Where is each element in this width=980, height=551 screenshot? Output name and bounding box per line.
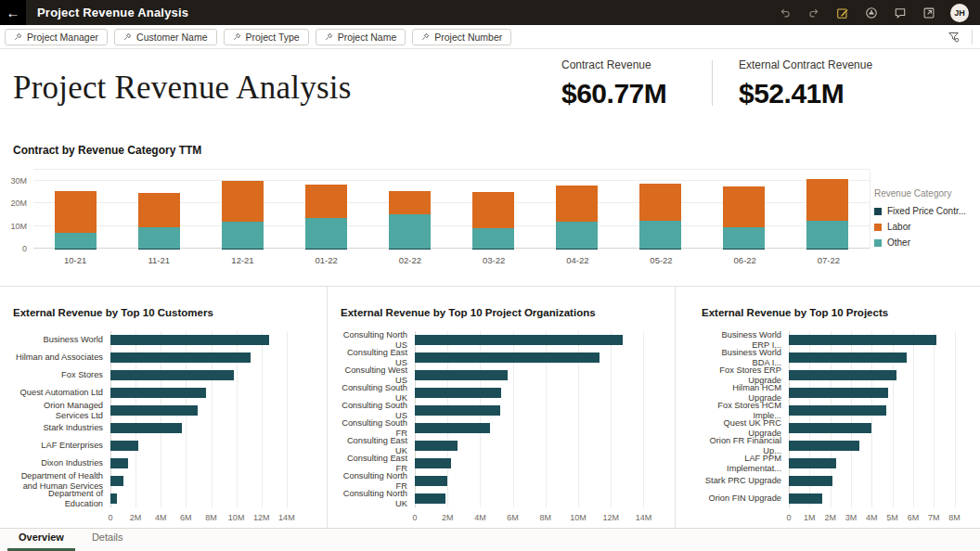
bar-segment-labor[interactable] — [222, 181, 264, 222]
hbar-consulting-north-fr[interactable] — [415, 476, 447, 486]
bar-segment-other[interactable] — [639, 221, 681, 249]
hbar-fox-stores-erp-upgrade[interactable] — [789, 370, 896, 380]
category-label: Fox Stores ERP Upgrade — [702, 366, 789, 384]
edit-button[interactable] — [835, 6, 850, 20]
stacked-bar-05-22[interactable] — [639, 184, 681, 249]
hbar-consulting-west-us[interactable] — [415, 370, 508, 380]
hbar-business-world[interactable] — [110, 335, 269, 345]
bar-segment-other[interactable] — [806, 221, 848, 249]
category-label: Stark PRC Upgrade — [702, 472, 789, 490]
filter-chip-label: Project Number — [434, 32, 502, 43]
hbar-dixon-industries[interactable] — [110, 458, 128, 468]
back-button[interactable]: ← — [0, 0, 26, 25]
category-label: Fox Stores — [13, 366, 110, 384]
bar-segment-labor[interactable] — [556, 186, 598, 222]
hbar-consulting-east-uk[interactable] — [415, 441, 458, 451]
tab-details[interactable]: Details — [81, 527, 135, 551]
stacked-bar-11-21[interactable] — [138, 193, 180, 249]
bar-segment-labor[interactable] — [305, 185, 347, 218]
bar-segment-labor[interactable] — [806, 179, 848, 220]
hbar-consulting-south-fr[interactable] — [415, 423, 490, 433]
filter-chip-project-manager[interactable]: Project Manager — [5, 29, 108, 45]
open-in-new-button[interactable] — [922, 6, 936, 20]
panel-top-projects: External Revenue by Top 10 Projects Busi… — [675, 287, 980, 528]
stacked-bar-06-22[interactable] — [723, 186, 765, 249]
bar-segment-other[interactable] — [55, 233, 97, 249]
x-tick-label: 12M — [253, 513, 270, 522]
bar-segment-other[interactable] — [556, 222, 598, 249]
bar-segment-other[interactable] — [723, 227, 765, 249]
hbar-hilman-and-associates[interactable] — [110, 352, 251, 363]
bar-segment-other[interactable] — [138, 227, 180, 249]
hbar-laf-ppm-implementat[interactable] — [789, 458, 836, 468]
hbar-consulting-east-fr[interactable] — [415, 458, 451, 468]
bar-segment-labor[interactable] — [389, 191, 431, 214]
bar-segment-labor[interactable] — [138, 193, 180, 226]
bar-row — [789, 366, 967, 384]
hbar-orion-fin-upgrade[interactable] — [789, 493, 822, 504]
hbar-consulting-south-us[interactable] — [415, 405, 500, 416]
hbar-fox-stores-hcm-imple[interactable] — [789, 405, 886, 416]
bar-segment-other[interactable] — [305, 218, 347, 249]
tab-overview[interactable]: Overview — [7, 527, 75, 551]
hbar-stark-industries[interactable] — [110, 423, 182, 433]
stacked-bar-07-22[interactable] — [806, 179, 848, 249]
stacked-bar-12-21[interactable] — [222, 181, 264, 249]
bar-segment-labor[interactable] — [472, 192, 514, 228]
hbar-consulting-east-us[interactable] — [415, 352, 600, 363]
legend-item-other[interactable]: Other — [874, 237, 973, 248]
hbar-department-of-health-and-human-services[interactable] — [110, 476, 123, 486]
hbar-hilman-hcm-upgrade[interactable] — [789, 388, 888, 398]
hbar-consulting-north-uk[interactable] — [415, 493, 445, 504]
filter-funnel-button[interactable] — [945, 29, 961, 45]
filter-chip-project-number[interactable]: Project Number — [412, 29, 511, 45]
x-tick-label: 8M — [205, 513, 217, 522]
hbar-laf-enterprises[interactable] — [110, 441, 138, 451]
filter-chip-project-type[interactable]: Project Type — [224, 29, 309, 45]
filter-chip-label: Project Manager — [27, 32, 98, 43]
stacked-bar-02-22[interactable] — [389, 191, 431, 249]
hbar-department-of-education[interactable] — [110, 493, 117, 504]
stacked-bar-04-22[interactable] — [556, 186, 598, 249]
hbar-fox-stores[interactable] — [110, 370, 234, 380]
filter-chip-project-name[interactable]: Project Name — [316, 29, 406, 45]
filter-chip-customer-name[interactable]: Customer Name — [114, 29, 216, 45]
bar-segment-labor[interactable] — [639, 184, 681, 221]
insights-button[interactable] — [864, 6, 879, 20]
hbar-orion-fr-financial-up[interactable] — [789, 441, 859, 451]
app-title: Project Revenue Analysis — [37, 6, 188, 19]
legend-title: Revenue Category — [874, 188, 973, 199]
bar-row — [789, 472, 967, 490]
stacked-bar-01-22[interactable] — [305, 185, 347, 249]
hbar-orion-managed-services-ltd[interactable] — [110, 405, 198, 416]
hbar-consulting-south-uk[interactable] — [415, 388, 501, 398]
redo-button[interactable] — [806, 6, 821, 20]
hbar-consulting-north-us[interactable] — [415, 335, 623, 345]
x-tick-label: 10M — [228, 513, 245, 522]
legend-item-fixed-price-contract[interactable]: Fixed Price Contr... — [874, 206, 973, 216]
bar-segment-labor[interactable] — [723, 186, 765, 226]
bar-segment-labor[interactable] — [55, 191, 97, 233]
category-label: Consulting South UK — [341, 384, 415, 402]
stacked-bars — [33, 170, 870, 249]
bar-row — [415, 490, 660, 507]
hbar-business-world-erp-i[interactable] — [789, 335, 936, 345]
hbar-quest-automation-ltd[interactable] — [110, 388, 206, 398]
hbar-stark-prc-upgrade[interactable] — [789, 476, 832, 486]
avatar[interactable]: JH — [950, 4, 969, 22]
hbar-business-world-bda-i[interactable] — [789, 352, 907, 363]
category-label: Business World BDA I... — [702, 349, 789, 366]
axis-spacer — [13, 513, 110, 526]
legend-item-labor[interactable]: Labor — [874, 222, 973, 232]
hbar-quest-uk-prc-upgrade[interactable] — [789, 423, 871, 433]
bar-segment-other[interactable] — [389, 214, 431, 249]
bar-segment-other[interactable] — [222, 222, 264, 249]
bar-segment-other[interactable] — [472, 228, 514, 249]
undo-button[interactable] — [778, 6, 793, 20]
pin-icon — [421, 32, 430, 41]
x-tick-label: 6M — [908, 513, 920, 522]
page-title: Project Revenue Analysis — [13, 70, 561, 107]
stacked-bar-03-22[interactable] — [472, 192, 514, 249]
stacked-bar-10-21[interactable] — [55, 191, 97, 249]
comment-button[interactable] — [893, 6, 908, 20]
